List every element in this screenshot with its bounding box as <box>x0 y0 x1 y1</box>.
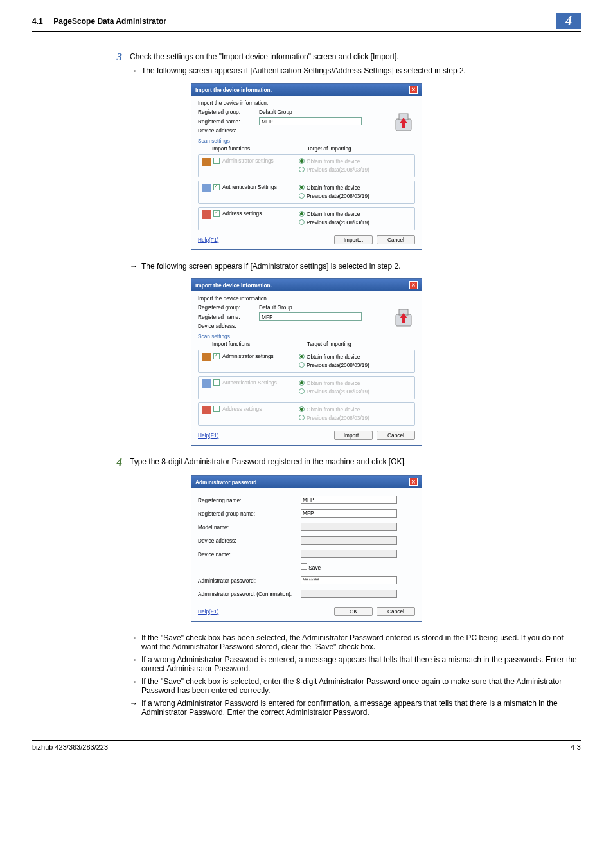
admin-pwd-input[interactable]: ******** <box>301 576 397 584</box>
admin-obtain-radio[interactable] <box>299 354 305 359</box>
admin-checkbox[interactable] <box>213 353 220 359</box>
arrow-icon: → <box>130 633 138 642</box>
auth-prev-radio[interactable] <box>299 193 305 199</box>
device-name-field <box>301 550 397 558</box>
auth-checkbox <box>213 379 220 386</box>
admin-icon <box>202 158 211 166</box>
arrow-icon: → <box>130 677 138 686</box>
step-3-number: 3 <box>111 51 130 79</box>
step-4-bullet: →If a wrong Administrator Password is en… <box>130 699 581 717</box>
save-label: Save <box>308 565 321 571</box>
admin-checkbox <box>213 158 220 164</box>
close-icon[interactable]: ✕ <box>409 281 418 289</box>
chapter-badge: 4 <box>556 13 581 29</box>
save-checkbox[interactable] <box>301 563 307 570</box>
close-icon[interactable]: ✕ <box>409 86 418 94</box>
reg-name-input[interactable]: MFP <box>259 117 362 125</box>
help-link[interactable]: Help(F1) <box>198 237 218 243</box>
cancel-button[interactable]: Cancel <box>377 607 415 616</box>
footer-model: bizhub 423/363/283/223 <box>32 743 108 751</box>
import-button[interactable]: Import... <box>334 235 373 244</box>
arrow-icon: → <box>130 262 138 271</box>
dialog-title: Administrator password <box>195 479 256 485</box>
admin-icon <box>202 353 211 361</box>
help-link[interactable]: Help(F1) <box>198 608 218 615</box>
model-name-field <box>301 523 397 531</box>
step-4-bullet: →If the "Save" check box has been select… <box>130 633 581 651</box>
dialog-subtitle: Import the device information. <box>198 295 415 302</box>
import-dialog-admin: Import the device information. ✕ Import … <box>191 278 422 446</box>
help-link[interactable]: Help(F1) <box>198 432 218 439</box>
registered-group-label: Registered group name: <box>198 511 301 517</box>
section-heading: 4.1 PageScope Data Administrator <box>32 17 166 26</box>
registering-name-label: Registering name: <box>198 497 301 503</box>
addr-checkbox[interactable] <box>213 210 220 217</box>
section-title-text: PageScope Data Administrator <box>53 17 166 26</box>
admin-prev-radio <box>299 167 305 172</box>
import-dialog-auth-addr: Import the device information. ✕ Import … <box>191 83 422 250</box>
dialog-title: Import the device information. <box>195 87 272 93</box>
cancel-button[interactable]: Cancel <box>377 235 415 244</box>
reg-name-label: Registered name: <box>198 118 259 125</box>
step-4-bullet: →If a wrong Administrator Password is en… <box>130 655 581 673</box>
arrow-icon: → <box>130 655 138 664</box>
registering-name-field: MFP <box>301 496 397 504</box>
addr-icon <box>202 406 211 414</box>
auth-obtain-radio[interactable] <box>299 185 305 190</box>
model-name-label: Model name: <box>198 524 301 530</box>
step-3-text: Check the settings on the "Import device… <box>130 52 581 61</box>
arrow-icon: → <box>130 66 138 75</box>
device-name-label: Device name: <box>198 551 301 557</box>
auth-icon <box>202 379 211 388</box>
admin-settings-label: Administrator settings <box>222 158 274 164</box>
ok-button[interactable]: OK <box>334 607 373 616</box>
reg-group-value: Default Group <box>259 109 415 115</box>
admin-pwd-confirm-label: Administrator password: (Confirmation): <box>198 591 301 597</box>
footer-page: 4-3 <box>571 743 581 751</box>
step-4-text: Type the 8-digit Administrator Password … <box>130 457 581 466</box>
device-address-label: Device address: <box>198 538 301 544</box>
admin-obtain-radio <box>299 158 305 164</box>
dev-addr-label: Device address: <box>198 127 259 134</box>
step-4-bullet: →If the "Save" check box is selected, en… <box>130 677 581 695</box>
admin-prev-radio[interactable] <box>299 362 305 368</box>
device-address-field <box>301 536 397 545</box>
auth-checkbox[interactable] <box>213 184 220 190</box>
registered-group-field: MFP <box>301 509 397 518</box>
admin-settings-label: Administrator settings <box>222 353 274 359</box>
admin-pwd-confirm-input[interactable] <box>301 590 397 598</box>
import-button[interactable]: Import... <box>334 431 373 440</box>
cancel-button[interactable]: Cancel <box>377 431 415 440</box>
printer-icon <box>393 111 414 134</box>
step-4-number: 4 <box>111 456 130 471</box>
reg-group-label: Registered group: <box>198 109 259 115</box>
auth-icon <box>202 184 211 192</box>
auth-settings-label: Authentication Settings <box>222 184 277 190</box>
addr-checkbox <box>213 406 220 412</box>
addr-prev-radio[interactable] <box>299 219 305 225</box>
admin-pwd-label: Administrator password:: <box>198 577 301 584</box>
admin-password-dialog: Administrator password ✕ Registering nam… <box>191 475 422 622</box>
step-3-bullet-2: →The following screen appears if [Admini… <box>130 262 581 271</box>
arrow-icon: → <box>130 699 138 708</box>
printer-icon <box>393 307 414 330</box>
scan-settings-title: Scan settings <box>198 138 415 144</box>
col-import-functions: Import functions <box>212 145 307 152</box>
dialog-subtitle: Import the device information. <box>198 100 415 106</box>
close-icon[interactable]: ✕ <box>409 478 418 486</box>
addr-settings-label: Address settings <box>222 210 262 217</box>
addr-obtain-radio[interactable] <box>299 211 305 217</box>
section-no: 4.1 <box>32 17 43 26</box>
reg-name-input[interactable]: MFP <box>259 312 362 321</box>
dialog-title: Import the device information. <box>195 282 272 289</box>
addr-icon <box>202 210 211 219</box>
step-3-bullet-1: →The following screen appears if [Authen… <box>130 66 581 75</box>
col-target: Target of importing <box>307 145 351 152</box>
